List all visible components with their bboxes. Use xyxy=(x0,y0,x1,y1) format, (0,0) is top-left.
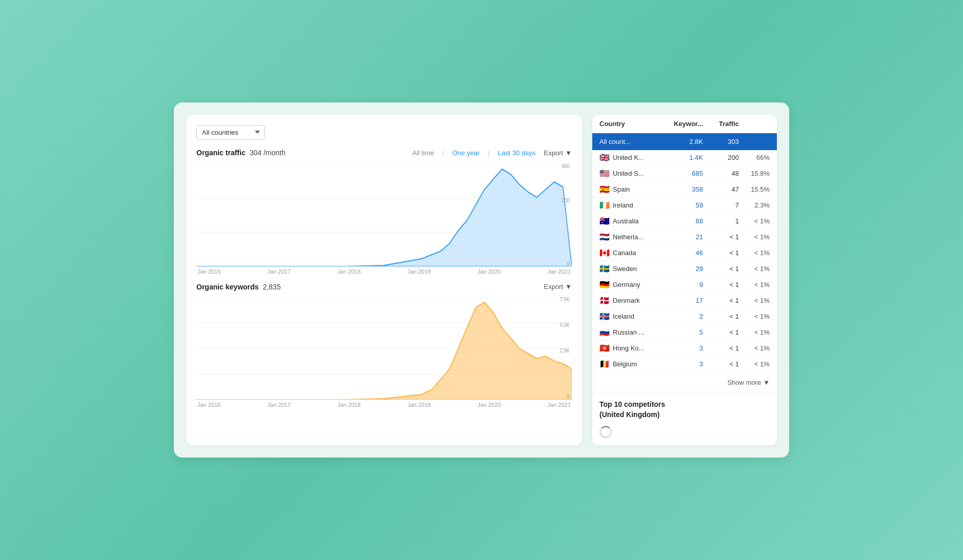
traffic-value: 304 /month xyxy=(250,149,286,157)
pct-value: < 1% xyxy=(739,281,770,288)
pct-value: < 1% xyxy=(739,217,770,225)
country-name: Sweden xyxy=(613,265,637,273)
keywords-header-row: Organic keywords 2,835 Export ▼ xyxy=(196,283,572,291)
table-row[interactable]: 🇸🇪 Sweden 29 < 1 < 1% xyxy=(592,261,777,277)
kw-value: 46 xyxy=(662,249,703,257)
show-more-btn[interactable]: Show more ▼ xyxy=(727,379,770,386)
traffic-value: < 1 xyxy=(703,297,739,304)
table-row[interactable]: 🇳🇱 Netherla... 21 < 1 < 1% xyxy=(592,230,777,245)
country-cell: 🇳🇱 Netherla... xyxy=(599,233,662,241)
flag-icon: 🇩🇰 xyxy=(599,297,610,305)
table-row[interactable]: 🇬🇧 United K... 1.4K 200 66% xyxy=(592,150,777,166)
traffic-value: < 1 xyxy=(703,328,739,336)
table-row[interactable]: 🇩🇪 Germany 9 < 1 < 1% xyxy=(592,277,777,293)
table-row[interactable]: 🇩🇰 Denmark 17 < 1 < 1% xyxy=(592,293,777,309)
svg-text:7.5K: 7.5K xyxy=(559,297,569,302)
pct-value: < 1% xyxy=(739,249,770,257)
country-select-wrap: All countries United Kingdom United Stat… xyxy=(196,125,572,140)
country-name: Hong Ko... xyxy=(613,344,644,352)
table-row[interactable]: 🇪🇸 Spain 358 47 15.5% xyxy=(592,182,777,198)
table-row[interactable]: 🇮🇪 Ireland 59 7 2.3% xyxy=(592,198,777,214)
table-row[interactable]: 🇭🇰 Hong Ko... 3 < 1 < 1% xyxy=(592,341,777,357)
country-cell: 🇭🇰 Hong Ko... xyxy=(599,344,662,352)
kw-value: 358 xyxy=(662,185,703,193)
traffic-value: 47 xyxy=(703,185,739,193)
col-keywords: Keywor... xyxy=(662,120,703,128)
kw-value: 3 xyxy=(662,360,703,368)
flag-icon: 🇨🇦 xyxy=(599,249,610,257)
pct-value: 66% xyxy=(739,154,770,161)
country-name: Denmark xyxy=(613,297,640,304)
competitors-section: Top 10 competitors(United Kingdom) xyxy=(592,392,777,445)
traffic-x-labels: Jan 2016 Jan 2017 Jan 2018 Jan 2019 Jan … xyxy=(196,268,572,275)
last-30-btn[interactable]: Last 30 days xyxy=(496,148,538,158)
country-name: Germany xyxy=(613,281,640,288)
all-time-btn[interactable]: All time xyxy=(410,148,436,158)
traffic-label: Organic traffic xyxy=(196,149,246,157)
country-rows-container: 🇬🇧 United K... 1.4K 200 66% 🇺🇸 United S.… xyxy=(592,150,777,372)
pct-value: 15.5% xyxy=(739,185,770,193)
traffic-value: < 1 xyxy=(703,344,739,352)
flag-icon: 🇸🇪 xyxy=(599,265,610,273)
svg-marker-4 xyxy=(196,169,572,266)
keywords-export-btn[interactable]: Export ▼ xyxy=(544,283,572,291)
table-row[interactable]: 🇨🇦 Canada 46 < 1 < 1% xyxy=(592,245,777,261)
traffic-value: < 1 xyxy=(703,265,739,273)
traffic-value: 1 xyxy=(703,217,739,225)
country-cell: 🇬🇧 United K... xyxy=(599,154,662,162)
country-cell: 🇩🇪 Germany xyxy=(599,281,662,289)
kw-value: 3 xyxy=(662,344,703,352)
time-controls: All time | One year | Last 30 days Expor… xyxy=(410,148,572,158)
traffic-chart-svg: 400 200 0 xyxy=(196,164,572,266)
keywords-x-labels: Jan 2016 Jan 2017 Jan 2018 Jan 2019 Jan … xyxy=(196,402,572,408)
pct-value: < 1% xyxy=(739,313,770,320)
loading-spinner xyxy=(599,426,612,438)
flag-icon: 🇧🇪 xyxy=(599,360,610,368)
country-select[interactable]: All countries United Kingdom United Stat… xyxy=(196,125,265,140)
table-row[interactable]: 🇮🇸 Iceland 2 < 1 < 1% xyxy=(592,309,777,325)
highlighted-country: All count... xyxy=(599,138,662,146)
traffic-value: 200 xyxy=(703,154,739,161)
main-card: All countries United Kingdom United Stat… xyxy=(174,102,789,458)
pct-value: < 1% xyxy=(739,233,770,241)
kw-value: 17 xyxy=(662,297,703,304)
kw-value: 9 xyxy=(662,281,703,288)
highlighted-row[interactable]: All count... 2.8K 303 xyxy=(592,133,777,150)
traffic-chart-wrap: 400 200 0 Jan 2016 Jan 2017 Jan 2018 Jan… xyxy=(196,164,572,275)
country-name: Netherla... xyxy=(613,233,644,241)
right-panel: Country Keywor... Traffic All count... 2… xyxy=(592,115,777,445)
flag-icon: 🇭🇰 xyxy=(599,344,610,352)
country-name: Spain xyxy=(613,185,630,193)
pct-value: < 1% xyxy=(739,344,770,352)
kw-value: 685 xyxy=(662,170,703,177)
table-row[interactable]: 🇷🇺 Russian ... 5 < 1 < 1% xyxy=(592,325,777,341)
country-name: Russian ... xyxy=(613,328,644,336)
country-cell: 🇷🇺 Russian ... xyxy=(599,328,662,337)
keywords-export-wrap: Export ▼ xyxy=(544,283,572,291)
table-header: Country Keywor... Traffic xyxy=(592,115,777,133)
country-cell: 🇪🇸 Spain xyxy=(599,185,662,194)
table-row[interactable]: 🇺🇸 United S... 685 48 15.8% xyxy=(592,166,777,182)
col-traffic: Traffic xyxy=(703,120,739,128)
kw-value: 2 xyxy=(662,313,703,320)
country-name: Ireland xyxy=(613,201,633,209)
traffic-value: 7 xyxy=(703,201,739,209)
traffic-export-btn[interactable]: Export ▼ xyxy=(544,149,572,157)
table-row[interactable]: 🇦🇺 Australia 68 1 < 1% xyxy=(592,214,777,230)
flag-icon: 🇩🇪 xyxy=(599,281,610,289)
country-cell: 🇦🇺 Australia xyxy=(599,217,662,225)
kw-value: 59 xyxy=(662,201,703,209)
one-year-btn[interactable]: One year xyxy=(450,148,482,158)
country-name: Iceland xyxy=(613,313,634,320)
flag-icon: 🇪🇸 xyxy=(599,185,610,194)
traffic-value: < 1 xyxy=(703,313,739,320)
keywords-value: 2,835 xyxy=(263,283,280,291)
left-panel: All countries United Kingdom United Stat… xyxy=(186,115,582,445)
keywords-chart: 7.5K 5.0K 2.5K 0 xyxy=(196,297,572,400)
highlighted-keywords: 2.8K xyxy=(662,138,703,146)
table-row[interactable]: 🇧🇪 Belgium 3 < 1 < 1% xyxy=(592,357,777,372)
pct-value: < 1% xyxy=(739,265,770,273)
svg-text:5.0K: 5.0K xyxy=(559,322,569,328)
country-cell: 🇺🇸 United S... xyxy=(599,170,662,178)
country-cell: 🇧🇪 Belgium xyxy=(599,360,662,368)
